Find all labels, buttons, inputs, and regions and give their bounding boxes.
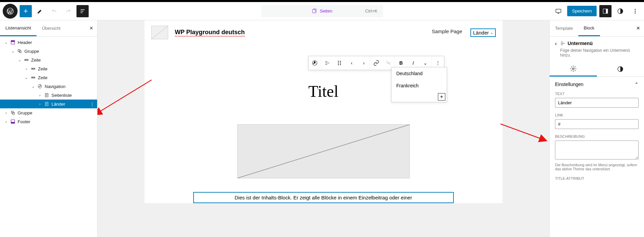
- site-logo-placeholder[interactable]: [151, 26, 168, 39]
- top-toolbar: + Seiten Ctrl+K Speichern: [0, 2, 644, 20]
- svg-point-38: [340, 64, 341, 65]
- link-icon[interactable]: [370, 56, 382, 70]
- nav-link-sample[interactable]: Sample Page: [432, 28, 462, 37]
- drag-handle-icon[interactable]: [333, 56, 346, 70]
- close-icon[interactable]: ×: [89, 25, 93, 32]
- svg-rect-4: [313, 9, 315, 13]
- tree-item-header[interactable]: ⌄ Header: [0, 38, 97, 47]
- svg-rect-21: [34, 68, 35, 69]
- description-help: Die Beschreibung wird im Menü angezeigt,…: [555, 163, 639, 171]
- styles-icon[interactable]: [614, 5, 626, 17]
- block-title: Untermenü: [568, 41, 593, 46]
- tree-item-footer[interactable]: › Footer: [0, 117, 97, 126]
- chevron-down-icon[interactable]: ⌄: [9, 49, 16, 53]
- chevron-down-icon: ⌄: [490, 31, 493, 35]
- image-placeholder[interactable]: [237, 124, 410, 178]
- redo-button[interactable]: [62, 5, 74, 17]
- chevron-right-icon[interactable]: ›: [37, 93, 43, 97]
- content-block[interactable]: Dies ist der Inhalts-Block. Er zeigt all…: [193, 192, 454, 203]
- settings-section-header[interactable]: Einstellungen ⌃: [555, 77, 639, 92]
- add-submenu-item-button[interactable]: +: [438, 93, 445, 101]
- svg-rect-29: [13, 112, 15, 114]
- titleattr-field-label: TITLE-ATTRIBUT: [555, 176, 639, 180]
- chevron-right-icon[interactable]: ›: [3, 111, 9, 115]
- more-icon[interactable]: ⋮: [90, 102, 94, 107]
- submenu-dropdown: Deutschland Frankreich +: [391, 67, 447, 102]
- command-shortcut: Ctrl+K: [365, 8, 377, 14]
- svg-rect-24: [34, 77, 35, 78]
- styles-tab-icon[interactable]: [597, 62, 644, 77]
- tree-item-row[interactable]: ⌄ Zeile: [0, 56, 97, 64]
- tree-item-group[interactable]: › Gruppe: [0, 108, 97, 117]
- tab-overview[interactable]: Übersicht: [37, 20, 66, 36]
- tree-item-row[interactable]: › Zeile: [0, 64, 97, 73]
- group-icon: [16, 49, 23, 53]
- svg-rect-14: [18, 49, 20, 51]
- desktop-view-icon[interactable]: [552, 5, 564, 17]
- nav-submenu-countries[interactable]: Länder ⌄: [470, 28, 496, 37]
- svg-point-25: [38, 85, 42, 88]
- chevron-up-icon: ⌃: [635, 82, 639, 87]
- wp-logo[interactable]: [3, 4, 18, 19]
- svg-rect-31: [11, 122, 15, 124]
- group-icon: [9, 110, 16, 115]
- settings-panel: Template Block × ‹ Untermenü Füge deiner…: [549, 20, 644, 237]
- more-options-icon[interactable]: [629, 5, 641, 17]
- navigation-block-icon[interactable]: [309, 56, 321, 70]
- command-palette[interactable]: Seiten Ctrl+K: [261, 5, 383, 17]
- site-title[interactable]: WP Playground deutsch: [175, 29, 245, 37]
- svg-rect-1: [81, 9, 85, 10]
- save-button[interactable]: Speichern: [567, 6, 597, 16]
- list-view-toggle[interactable]: [76, 5, 89, 17]
- move-right-icon[interactable]: ›: [358, 56, 370, 70]
- tree-item-countries[interactable]: › Länder ⋮: [0, 100, 97, 108]
- back-icon[interactable]: ‹: [555, 41, 557, 58]
- close-icon[interactable]: ×: [636, 25, 640, 32]
- tree-item-group[interactable]: ⌄ Gruppe: [0, 47, 97, 56]
- svg-rect-15: [19, 51, 21, 53]
- chevron-right-icon[interactable]: ›: [37, 102, 43, 106]
- svg-point-11: [635, 12, 636, 13]
- pagelist-icon: [43, 102, 50, 106]
- page-title[interactable]: Titel: [145, 82, 503, 101]
- svg-line-39: [99, 80, 152, 112]
- undo-button[interactable]: [48, 5, 60, 17]
- tree-item-pagelist[interactable]: › Seitenliste: [0, 91, 97, 100]
- tree-item-row[interactable]: ⌄ Zeile: [0, 73, 97, 82]
- description-textarea[interactable]: [555, 141, 639, 159]
- move-left-icon[interactable]: ‹: [346, 56, 358, 70]
- tree-item-navigation[interactable]: ⌄ Navigation: [0, 82, 97, 91]
- svg-rect-2: [81, 11, 84, 12]
- pagelist-icon: [43, 93, 50, 98]
- description-field-label: BESCHREIBUNG: [555, 134, 639, 138]
- text-input[interactable]: [555, 98, 639, 108]
- chevron-right-icon[interactable]: ›: [3, 120, 9, 124]
- svg-rect-22: [31, 77, 32, 78]
- settings-tab-icon[interactable]: [550, 62, 597, 77]
- svg-rect-23: [33, 77, 34, 78]
- chevron-down-icon[interactable]: ⌄: [3, 41, 9, 44]
- tab-block[interactable]: Block: [578, 20, 600, 36]
- dropdown-item-france[interactable]: Frankreich: [392, 80, 447, 92]
- edit-icon[interactable]: [34, 5, 46, 17]
- settings-panel-toggle[interactable]: [599, 5, 612, 17]
- chevron-down-icon[interactable]: ⌄: [30, 85, 37, 88]
- chevron-down-icon[interactable]: ⌄: [23, 76, 30, 80]
- pages-icon: [312, 8, 317, 14]
- link-input[interactable]: [555, 119, 639, 129]
- tab-listview[interactable]: Listenansicht: [0, 20, 37, 36]
- block-tree: ⌄ Header ⌄ Gruppe ⌄ Zeile › Zeil: [0, 37, 97, 127]
- block-info: ‹ Untermenü Füge deiner Navigation ein U…: [550, 37, 644, 62]
- tab-template[interactable]: Template: [550, 20, 578, 36]
- submenu-icon[interactable]: [321, 56, 333, 70]
- chevron-down-icon[interactable]: ⌄: [16, 58, 23, 62]
- add-block-button[interactable]: +: [20, 5, 32, 17]
- page-header: WP Playground deutsch Sample Page Länder…: [145, 20, 503, 45]
- link-field-label: LINK: [555, 113, 639, 117]
- text-field-label: TEXT: [555, 92, 639, 96]
- chevron-right-icon[interactable]: ›: [23, 67, 30, 71]
- row-icon: [30, 75, 37, 80]
- editor-canvas: WP Playground deutsch Sample Page Länder…: [97, 20, 549, 237]
- dropdown-item-germany[interactable]: Deutschland: [392, 67, 447, 80]
- navigation-icon: [37, 84, 43, 89]
